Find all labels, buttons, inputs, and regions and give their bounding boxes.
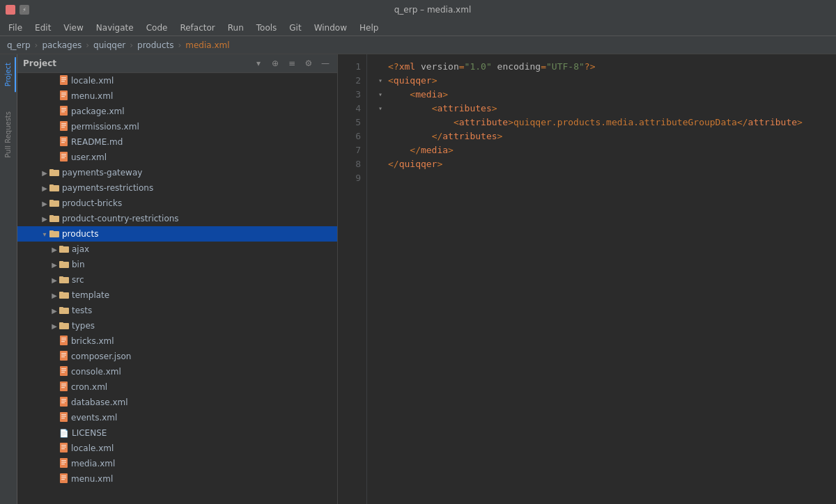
tree-item-ajax[interactable]: ▶ ajax bbox=[17, 242, 337, 257]
expand-icon-product-country-restrictions[interactable]: ▶ bbox=[40, 214, 49, 223]
tree-item-readme-md[interactable]: README.md bbox=[17, 134, 337, 150]
breadcrumb-products[interactable]: products bbox=[137, 40, 173, 50]
expand-icon-template[interactable]: ▶ bbox=[49, 290, 59, 300]
expand-icon-bricks-xml[interactable] bbox=[49, 336, 59, 346]
menu-window[interactable]: Window bbox=[309, 22, 353, 34]
expand-icon-license[interactable] bbox=[49, 428, 59, 438]
svg-rect-51 bbox=[61, 353, 66, 354]
expand-icon-payments-restrictions[interactable]: ▶ bbox=[40, 183, 49, 193]
svg-rect-58 bbox=[60, 381, 68, 391]
menu-navigate[interactable]: Navigate bbox=[91, 22, 139, 34]
tree-item-composer-json[interactable]: composer.json bbox=[17, 349, 337, 364]
tree-item-locale-xml-top[interactable]: locale.xml bbox=[17, 73, 337, 88]
xml-icon-locale-xml-top bbox=[59, 75, 68, 87]
xml-icon-events-xml bbox=[59, 412, 68, 424]
breadcrumb-q_erp[interactable]: q_erp bbox=[7, 40, 31, 50]
tree-item-payments-gateway[interactable]: ▶ payments-gateway bbox=[17, 165, 337, 180]
expand-icon-bin[interactable]: ▶ bbox=[49, 260, 59, 269]
expand-icon-media-xml[interactable] bbox=[49, 459, 59, 468]
tree-item-license[interactable]: 📄LICENSE bbox=[17, 425, 337, 441]
expand-icon-composer-json[interactable] bbox=[49, 352, 59, 361]
menu-edit[interactable]: Edit bbox=[29, 22, 56, 34]
expand-icon-menu-xml-top[interactable] bbox=[49, 91, 59, 101]
expand-icon-database-xml[interactable] bbox=[49, 397, 59, 407]
tree-item-payments-restrictions[interactable]: ▶ payments-restrictions bbox=[17, 180, 337, 196]
tree-item-menu-xml-top[interactable]: menu.xml bbox=[17, 88, 337, 104]
menu-tools[interactable]: Tools bbox=[251, 22, 283, 34]
tree-item-bin[interactable]: ▶ bin bbox=[17, 257, 337, 272]
tree-item-events-xml[interactable]: events.xml bbox=[17, 410, 337, 425]
svg-rect-69 bbox=[61, 418, 65, 418]
app-icon-2: ⚡ bbox=[20, 5, 29, 15]
tree-label-bin: bin bbox=[72, 260, 85, 269]
breadcrumb-quiqqer[interactable]: quiqqer bbox=[93, 40, 125, 50]
tree-item-types[interactable]: ▶ types bbox=[17, 318, 337, 333]
tree-item-tests[interactable]: ▶ tests bbox=[17, 303, 337, 318]
expand-icon-cron-xml[interactable] bbox=[49, 382, 59, 392]
tree-item-locale-xml[interactable]: locale.xml bbox=[17, 441, 337, 456]
menu-refactor[interactable]: Refactor bbox=[174, 22, 220, 34]
expand-icon-ajax[interactable]: ▶ bbox=[49, 244, 59, 254]
fold-gutter-4[interactable]: ▾ bbox=[376, 102, 385, 116]
expand-icon-permissions-xml[interactable] bbox=[49, 122, 59, 132]
tree-item-permissions-xml[interactable]: permissions.xml bbox=[17, 119, 337, 134]
tree-item-cron-xml[interactable]: cron.xml bbox=[17, 379, 337, 395]
tree-item-media-xml[interactable]: media.xml bbox=[17, 456, 337, 471]
tab-pull-requests[interactable]: Pull Requests bbox=[1, 106, 16, 164]
expand-icon-readme-md[interactable] bbox=[49, 137, 59, 147]
tree-item-template[interactable]: ▶ template bbox=[17, 288, 337, 303]
menu-help[interactable]: Help bbox=[354, 22, 384, 34]
expand-icon-locale-xml-top[interactable] bbox=[49, 76, 59, 86]
expand-icon-menu-xml[interactable] bbox=[49, 474, 59, 484]
tree-item-menu-xml[interactable]: menu.xml bbox=[17, 471, 337, 487]
svg-rect-2 bbox=[61, 79, 66, 79]
expand-icon-products[interactable]: ▾ bbox=[40, 229, 49, 239]
code-area[interactable]: <?xml version="1.0" encoding="UTF-8"?>▾<… bbox=[367, 54, 836, 504]
tree-item-products[interactable]: ▾ products bbox=[17, 226, 337, 242]
expand-icon-payments-gateway[interactable]: ▶ bbox=[40, 168, 49, 178]
menu-file[interactable]: File bbox=[3, 22, 28, 34]
xml-icon-cron-xml bbox=[59, 381, 68, 393]
fold-gutter-2[interactable]: ▾ bbox=[376, 74, 385, 88]
expand-icon-console-xml[interactable] bbox=[49, 367, 59, 377]
expand-icon-tests[interactable]: ▶ bbox=[49, 306, 59, 315]
expand-icon-package-xml[interactable] bbox=[49, 107, 59, 116]
tree-item-user-xml[interactable]: user.xml bbox=[17, 150, 337, 165]
editor: 123456789 <?xml version="1.0" encoding="… bbox=[338, 54, 836, 504]
svg-rect-50 bbox=[60, 351, 68, 361]
tree-item-package-xml[interactable]: package.xml bbox=[17, 104, 337, 119]
expand-icon-product-bricks[interactable]: ▶ bbox=[40, 198, 49, 208]
collapse-all-icon[interactable]: ≡ bbox=[286, 57, 298, 70]
fold-gutter-3[interactable]: ▾ bbox=[376, 88, 385, 102]
tree-item-console-xml[interactable]: console.xml bbox=[17, 364, 337, 379]
menu-code[interactable]: Code bbox=[141, 22, 173, 34]
menu-run[interactable]: Run bbox=[222, 22, 249, 34]
expand-icon-types[interactable]: ▶ bbox=[49, 321, 59, 331]
expand-icon-src[interactable]: ▶ bbox=[49, 275, 59, 285]
code-line-3: ▾ <media> bbox=[376, 88, 828, 102]
dropdown-button[interactable]: ▾ bbox=[252, 57, 265, 70]
expand-icon-events-xml[interactable] bbox=[49, 413, 59, 423]
close-icon[interactable]: — bbox=[319, 57, 332, 70]
menu-git[interactable]: Git bbox=[284, 22, 307, 34]
tree-label-user-xml: user.xml bbox=[71, 152, 107, 162]
tree-item-bricks-xml[interactable]: bricks.xml bbox=[17, 333, 337, 349]
tree-item-product-bricks[interactable]: ▶ product-bricks bbox=[17, 196, 337, 211]
svg-rect-48 bbox=[61, 339, 66, 340]
expand-icon-user-xml[interactable] bbox=[49, 152, 59, 162]
tree-label-product-bricks: product-bricks bbox=[62, 198, 122, 208]
locate-icon[interactable]: ⊕ bbox=[269, 57, 281, 70]
settings-icon[interactable]: ⚙ bbox=[302, 57, 315, 70]
expand-icon-locale-xml[interactable] bbox=[49, 443, 59, 453]
tab-project[interactable]: Project bbox=[1, 57, 16, 92]
breadcrumb-packages[interactable]: packages bbox=[42, 40, 82, 50]
svg-rect-16 bbox=[60, 136, 68, 146]
breadcrumb-media-xml[interactable]: media.xml bbox=[185, 40, 229, 50]
code-line-1: <?xml version="1.0" encoding="UTF-8"?> bbox=[376, 60, 828, 74]
svg-rect-77 bbox=[61, 464, 65, 464]
tree-item-product-country-restrictions[interactable]: ▶ product-country-restrictions bbox=[17, 211, 337, 226]
tree-item-src[interactable]: ▶ src bbox=[17, 272, 337, 288]
tree-item-database-xml[interactable]: database.xml bbox=[17, 395, 337, 410]
tree-label-template: template bbox=[72, 290, 109, 300]
menu-view[interactable]: View bbox=[58, 22, 88, 34]
